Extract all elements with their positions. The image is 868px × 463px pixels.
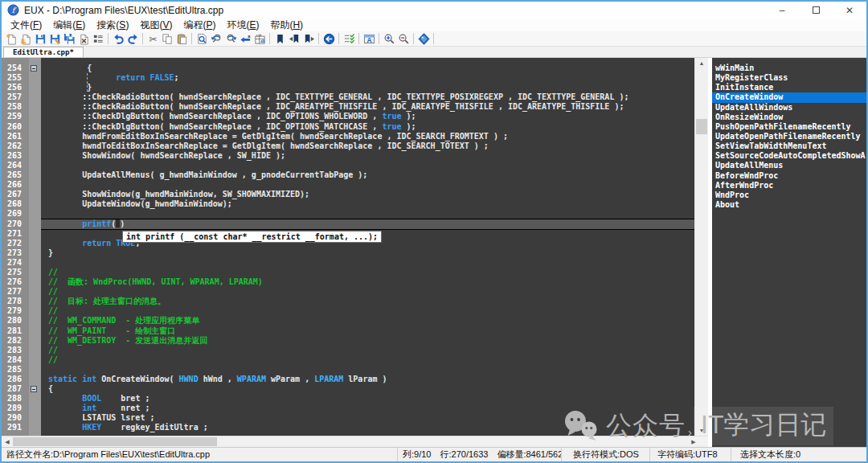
code-line-286[interactable]: 286static int OnCreateWindow( HWND hWnd …	[2, 375, 694, 384]
paste-button[interactable]	[174, 31, 189, 46]
code-line-264[interactable]: 264	[2, 161, 694, 170]
function-list-item-AfterWndProc[interactable]: AfterWndProc	[712, 181, 866, 191]
undo-button[interactable]	[111, 31, 125, 46]
code-line-255[interactable]: 255 return FALSE;	[2, 73, 694, 83]
code-line-275[interactable]: 275//	[2, 268, 694, 277]
code-line-280[interactable]: 280// WM_COMMAND - 处理应用程序菜单	[2, 316, 694, 326]
go-back-button[interactable]	[321, 31, 336, 46]
menu-item-0[interactable]: 文件(F)	[5, 18, 47, 32]
save-file-button[interactable]	[33, 31, 47, 46]
code-line-262[interactable]: 262 hwndToEditBoxInSearchReplace = GetDl…	[2, 141, 694, 151]
fold-collapse-icon[interactable]	[31, 65, 37, 72]
copy-button[interactable]	[160, 31, 174, 46]
code-line-284[interactable]: 284//	[2, 355, 694, 365]
code-line-273[interactable]: 273}	[2, 248, 694, 258]
code-line-258[interactable]: 258 ::CheckRadioButton( hwndSearchReplac…	[2, 102, 694, 112]
zoom-in-button[interactable]	[382, 31, 396, 46]
editor-horizontal-scrollbar[interactable]: ◀ ▶	[2, 436, 708, 447]
function-list-item-SetViewTabWidthMenuText[interactable]: SetViewTabWidthMenuText	[712, 141, 866, 151]
horizontal-scroll-thumb[interactable]	[13, 437, 217, 446]
line-checklist-button[interactable]	[342, 31, 356, 46]
menu-item-5[interactable]: 环境(E)	[221, 18, 264, 32]
code-line-282[interactable]: 282// WM_DESTROY - 发送退出消息并返回	[2, 336, 694, 346]
find-next-button[interactable]	[223, 31, 238, 46]
code-line-287[interactable]: 287{	[2, 384, 694, 394]
replace-button[interactable]: a	[238, 31, 252, 46]
fold-marker[interactable]	[29, 64, 41, 73]
code-editor[interactable]: 254 {255 return FALSE;256 }257 ::CheckRa…	[2, 58, 694, 436]
code-line-259[interactable]: 259 ::CheckDlgButton( hwndSearchReplace …	[2, 112, 694, 121]
function-list-panel[interactable]: wWinMainMyRegisterClassInitInstanceOnCre…	[712, 58, 866, 447]
code-line-270[interactable]: 270 printf()	[2, 219, 694, 229]
code-line-283[interactable]: 283//	[2, 346, 694, 355]
scroll-right-arrow-icon[interactable]: ▶	[688, 436, 699, 447]
new-file-button[interactable]	[4, 31, 18, 46]
code-line-260[interactable]: 260 ::CheckDlgButton( hwndSearchReplace …	[2, 122, 694, 132]
maximize-button[interactable]	[799, 2, 833, 18]
bookmark-next-button[interactable]	[301, 31, 316, 46]
function-list-item-UpdateOpenPathFilenameRecently[interactable]: UpdateOpenPathFilenameRecently	[712, 132, 866, 141]
fold-marker[interactable]	[29, 384, 41, 394]
function-list-item-SetSourceCodeAutoCompletedShowA[interactable]: SetSourceCodeAutoCompletedShowA	[712, 151, 866, 161]
function-list-item-wWinMain[interactable]: wWinMain	[712, 64, 866, 73]
function-list-item-OnResizeWindow[interactable]: OnResizeWindow	[712, 113, 866, 122]
code-line-278[interactable]: 278// 目标: 处理主窗口的消息。	[2, 297, 694, 306]
code-line-276[interactable]: 276// 函数: WndProc(HWND, UINT, WPARAM, LP…	[2, 277, 694, 287]
code-line-291[interactable]: 291 HKEY regkey_EditUltra ;	[2, 423, 694, 432]
open-file-button[interactable]	[18, 31, 33, 46]
redo-button[interactable]	[125, 31, 140, 46]
code-line-266[interactable]: 266	[2, 180, 694, 190]
function-list-item-OnCreateWindow[interactable]: OnCreateWindow	[712, 92, 866, 102]
code-line-277[interactable]: 277//	[2, 287, 694, 297]
bookmark-previous-button[interactable]	[287, 31, 301, 46]
cut-button[interactable]: ✂	[145, 31, 160, 46]
close-file-button[interactable]	[76, 31, 91, 46]
zoom-out-button[interactable]	[396, 31, 411, 46]
code-line-279[interactable]: 279//	[2, 306, 694, 316]
minimize-button[interactable]: –	[765, 2, 799, 18]
code-line-254[interactable]: 254 {	[2, 64, 694, 73]
menu-item-6[interactable]: 帮助(H)	[264, 18, 309, 32]
replace-all-button[interactable]: csbab	[252, 31, 267, 46]
tab-editultra-cpp[interactable]: EditUltra.cpp*	[3, 47, 84, 57]
find-previous-button[interactable]	[209, 31, 223, 46]
function-list-item-InitInstance[interactable]: InitInstance	[712, 83, 866, 92]
function-list-item-About[interactable]: About	[712, 200, 866, 210]
function-list-item-UpdateAllMenus[interactable]: UpdateAllMenus	[712, 161, 866, 170]
code-line-269[interactable]: 269	[2, 209, 694, 219]
code-line-288[interactable]: 288 BOOL bret ;	[2, 394, 694, 404]
syntax-color-button[interactable]: A	[362, 31, 376, 46]
scroll-down-arrow-icon[interactable]: ▼	[695, 425, 708, 436]
fold-collapse-icon[interactable]	[31, 386, 37, 392]
scroll-up-arrow-icon[interactable]: ▲	[695, 58, 708, 68]
function-list-item-PushOpenPathFilenameRecently[interactable]: PushOpenPathFilenameRecently	[712, 122, 866, 132]
function-list-item-BeforeWndProc[interactable]: BeforeWndProc	[712, 171, 866, 181]
code-line-285[interactable]: 285	[2, 365, 694, 375]
file-list-button[interactable]	[91, 31, 105, 46]
function-list-item-UpdateAllWindows[interactable]: UpdateAllWindows	[712, 103, 866, 113]
function-list-item-WndProc[interactable]: WndProc	[712, 191, 866, 200]
code-line-268[interactable]: 268 UpdateWindow(g_hwndMainWindow);	[2, 199, 694, 209]
code-line-267[interactable]: 267 ShowWindow(g_hwndMainWindow, SW_SHOW…	[2, 190, 694, 199]
code-line-274[interactable]: 274	[2, 258, 694, 268]
code-line-257[interactable]: 257 ::CheckRadioButton( hwndSearchReplac…	[2, 92, 694, 102]
scroll-left-arrow-icon[interactable]: ◀	[2, 436, 13, 447]
code-line-265[interactable]: 265 UpdateAllMenus( g_hwndMainWindow , g…	[2, 170, 694, 180]
code-line-290[interactable]: 290 LSTATUS lsret ;	[2, 413, 694, 423]
code-line-281[interactable]: 281// WM_PAINT - 绘制主窗口	[2, 326, 694, 336]
save-file-as-button[interactable]	[47, 31, 62, 46]
vertical-scroll-thumb[interactable]	[696, 119, 707, 134]
about-button[interactable]	[416, 31, 431, 46]
menu-item-2[interactable]: 搜索(S)	[91, 18, 134, 32]
code-line-256[interactable]: 256 }	[2, 83, 694, 92]
bookmark-toggle-button[interactable]	[272, 31, 287, 46]
code-line-261[interactable]: 261 hwndFromEditBoxInSearchReplace = Get…	[2, 132, 694, 141]
editor-vertical-scrollbar[interactable]: ▲ ▼	[694, 58, 708, 436]
menu-item-4[interactable]: 编程(P)	[178, 18, 221, 32]
menu-item-1[interactable]: 编辑(E)	[47, 18, 91, 32]
save-all-files-button[interactable]	[62, 31, 76, 46]
function-list-item-MyRegisterClass[interactable]: MyRegisterClass	[712, 73, 866, 83]
close-button[interactable]: ✕	[833, 2, 866, 18]
find-button[interactable]	[194, 31, 209, 46]
menu-item-3[interactable]: 视图(V)	[134, 18, 178, 32]
